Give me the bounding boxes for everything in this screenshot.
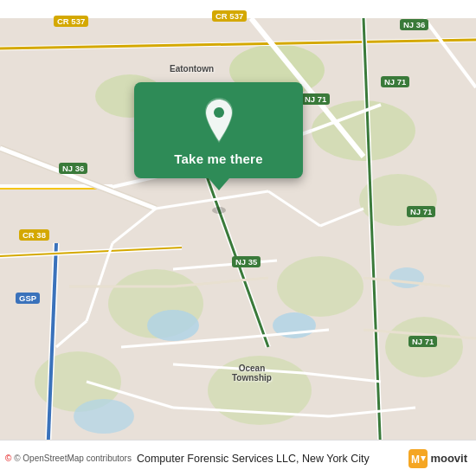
moovit-text: moovit (430, 452, 467, 465)
map-container: CR 537 CR 537 NJ 36 NJ 71 NJ 36 CR 38 GS… (0, 0, 476, 476)
road-label-nj35: NJ 35 (232, 256, 261, 267)
svg-point-53 (212, 207, 226, 214)
business-name: Computer Forensic Services LLC, New York… (137, 453, 408, 465)
road-label-cr537-tl: CR 537 (54, 16, 88, 27)
map-svg (0, 0, 476, 476)
take-me-there-button[interactable]: Take me there (174, 151, 262, 166)
place-label-eatontown: Eatontown (170, 64, 214, 74)
road-label-nj36-ml: NJ 36 (59, 163, 87, 174)
svg-point-13 (74, 399, 134, 434)
road-label-nj71-tr: NJ 71 (381, 76, 409, 87)
road-label-gsp: GSP (16, 293, 40, 304)
svg-point-9 (385, 317, 463, 377)
popup-card: Take me there (134, 82, 303, 178)
road-label-nj71-br: NJ 71 (408, 336, 437, 347)
svg-point-12 (389, 267, 424, 288)
place-label-ocean-township: OceanTownship (232, 363, 272, 383)
road-label-cr38: CR 38 (19, 229, 49, 241)
road-label-nj71-eat: NJ 71 (301, 93, 330, 105)
road-label-nj71-mr: NJ 71 (407, 206, 435, 217)
map-attribution: © © OpenStreetMap contributors (5, 453, 132, 463)
moovit-logo: M moovit (408, 449, 467, 468)
svg-point-54 (214, 107, 224, 118)
location-pin-icon (196, 98, 241, 143)
svg-text:M: M (411, 453, 420, 466)
svg-point-10 (147, 310, 199, 341)
road-label-cr537-tc: CR 537 (212, 10, 247, 22)
svg-point-5 (277, 256, 363, 317)
bottom-bar: © © OpenStreetMap contributors Computer … (0, 440, 476, 476)
road-label-nj36-top: NJ 36 (400, 19, 428, 30)
